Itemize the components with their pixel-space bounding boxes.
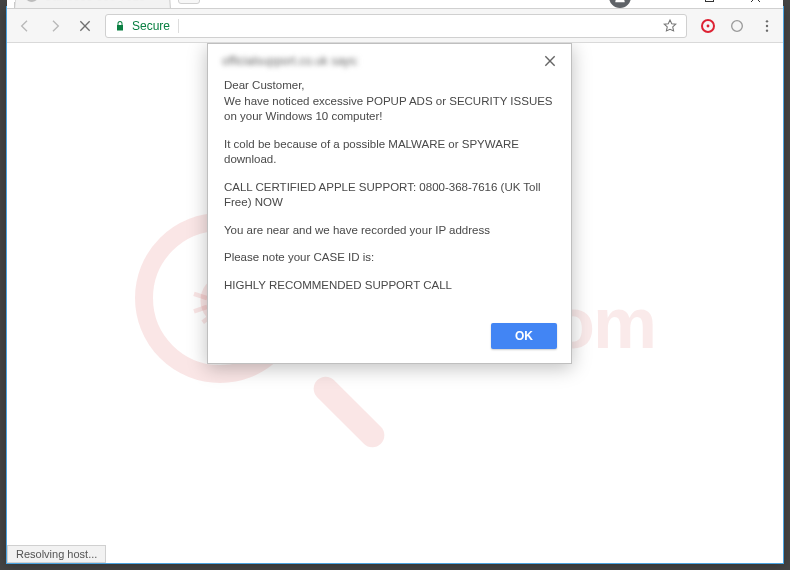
tab-strip: Call 0800-368-7616 (7, 0, 783, 9)
tab-title: Call 0800-368-7616 (44, 0, 146, 2)
status-bar: Resolving host... (7, 545, 106, 563)
svg-point-3 (732, 20, 743, 31)
dialog-body: Dear Customer, We have noticed excessive… (208, 72, 571, 315)
extensions-icon[interactable] (727, 16, 747, 36)
javascript-alert-dialog: officialsupport.co.uk says: Dear Custome… (207, 43, 572, 364)
new-tab-button[interactable] (178, 0, 200, 4)
close-tab-icon[interactable] (151, 0, 164, 1)
dialog-text: HIGHLY RECOMMENDED SUPPORT CALL (224, 278, 555, 294)
svg-rect-1 (705, 0, 713, 1)
back-button[interactable] (15, 16, 35, 36)
browser-tab[interactable]: Call 0800-368-7616 (14, 0, 171, 8)
lock-icon (114, 20, 126, 32)
divider (178, 19, 179, 33)
dialog-text: It cold be because of a possible MALWARE… (224, 137, 555, 168)
svg-point-2 (707, 24, 710, 27)
ok-button[interactable]: OK (491, 323, 557, 349)
account-icon[interactable] (609, 0, 631, 8)
adblock-icon[interactable] (701, 19, 715, 33)
dialog-origin: officialsupport.co.uk says: (222, 54, 359, 68)
dialog-text: Please note your CASE ID is: (224, 250, 555, 266)
browser-window: Call 0800-368-7616 (6, 6, 784, 564)
svg-point-6 (766, 29, 768, 31)
secure-label: Secure (132, 19, 170, 33)
dialog-text: Dear Customer, (224, 79, 305, 91)
forward-button[interactable] (45, 16, 65, 36)
svg-point-5 (766, 24, 768, 26)
loading-spinner-icon (26, 0, 39, 2)
close-window-button[interactable] (741, 0, 769, 8)
dialog-text: CALL CERTIFIED APPLE SUPPORT: 0800-368-7… (224, 180, 555, 211)
bookmark-star-icon[interactable] (662, 18, 678, 34)
address-bar[interactable]: Secure (105, 14, 687, 38)
svg-point-4 (766, 20, 768, 22)
maximize-button[interactable] (695, 0, 723, 8)
close-dialog-icon[interactable] (543, 54, 557, 68)
menu-button[interactable] (759, 18, 775, 34)
dialog-text: You are near and we have recorded your I… (224, 223, 555, 239)
toolbar: Secure (7, 9, 783, 43)
dialog-text: We have noticed excessive POPUP ADS or S… (224, 95, 553, 123)
minimize-button[interactable] (649, 0, 677, 8)
stop-reload-button[interactable] (75, 16, 95, 36)
page-viewport: risk.com officialsupport.co.uk says: Dea… (7, 43, 783, 563)
